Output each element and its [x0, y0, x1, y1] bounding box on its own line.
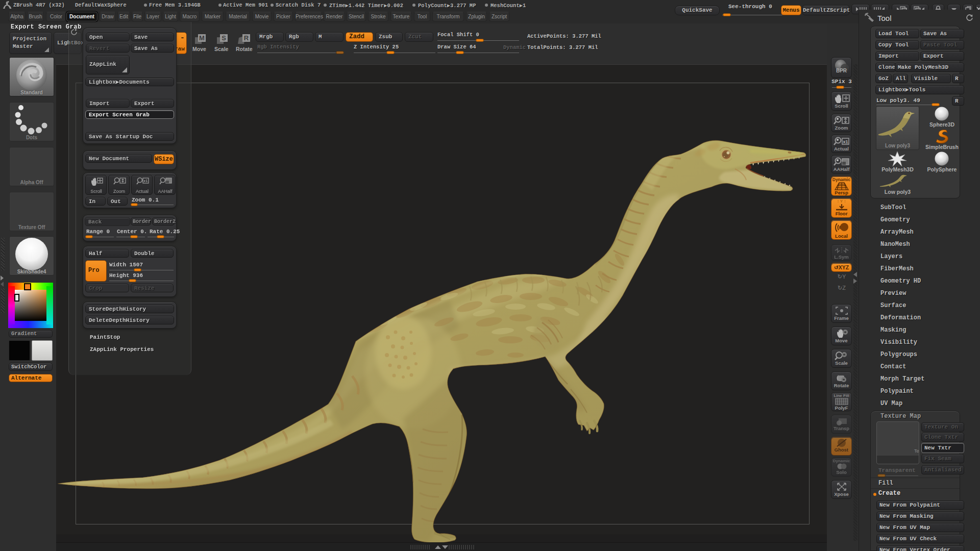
svg-text:M: M — [199, 34, 205, 42]
svg-text:x1: x1 — [843, 139, 848, 144]
svg-text:x1: x1 — [144, 179, 148, 183]
svg-text:S: S — [222, 34, 226, 42]
svg-text:R: R — [244, 34, 249, 42]
